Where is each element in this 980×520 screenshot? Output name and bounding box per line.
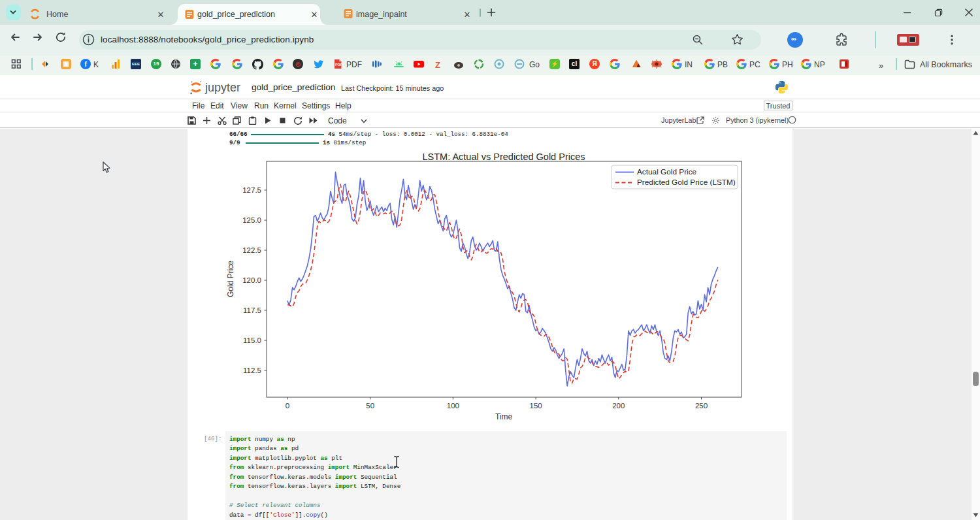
svg-text:120.0: 120.0	[242, 276, 261, 284]
svg-text:112.5: 112.5	[243, 366, 261, 374]
svg-text:115.0: 115.0	[243, 336, 261, 344]
svg-text:0: 0	[286, 402, 289, 410]
svg-text:50: 50	[366, 402, 374, 410]
svg-text:150: 150	[530, 402, 542, 410]
svg-text:LSTM: Actual vs Predicted Gold: LSTM: Actual vs Predicted Gold Prices	[422, 152, 585, 162]
svg-text:PDF: PDF	[335, 63, 343, 67]
svg-text:Predicted Gold Price (LSTM): Predicted Gold Price (LSTM)	[637, 178, 736, 187]
svg-text:200: 200	[612, 402, 625, 410]
svg-text:250: 250	[695, 402, 708, 410]
svg-text:125.0: 125.0	[242, 216, 261, 224]
svg-text:117.5: 117.5	[243, 306, 261, 314]
svg-text:Gold Price: Gold Price	[226, 261, 235, 297]
svg-text:127.5: 127.5	[242, 186, 261, 194]
svg-text:Time: Time	[495, 412, 513, 421]
svg-text:122.5: 122.5	[242, 246, 261, 254]
svg-text:Actual Gold Price: Actual Gold Price	[637, 167, 697, 176]
svg-text:100: 100	[447, 402, 459, 410]
